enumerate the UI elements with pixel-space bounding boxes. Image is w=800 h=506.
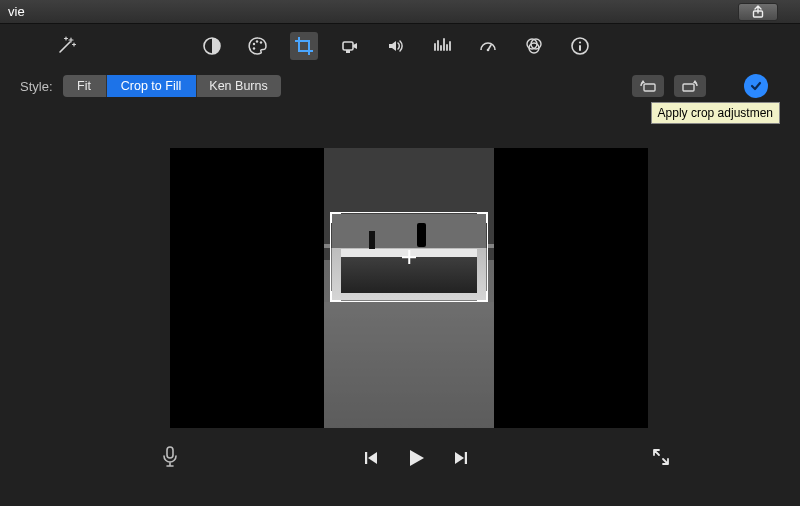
- checkmark-icon: [749, 79, 763, 93]
- crop-handle-tl[interactable]: [330, 212, 341, 223]
- volume-button[interactable]: [382, 32, 410, 60]
- crop-handle-tr[interactable]: [477, 212, 488, 223]
- crop-center-crosshair: [402, 250, 416, 264]
- crop-button[interactable]: [290, 32, 318, 60]
- skip-back-icon: [363, 450, 379, 466]
- svg-rect-7: [346, 50, 350, 53]
- videocam-icon: [340, 36, 360, 56]
- menubar: vie: [0, 0, 800, 24]
- app-title: vie: [8, 4, 25, 19]
- preview-viewer: [170, 148, 648, 428]
- rotate-ccw-button[interactable]: [632, 75, 664, 97]
- color-palette-icon: [248, 36, 268, 56]
- play-icon: [405, 447, 427, 469]
- rotate-ccw-icon: [638, 79, 658, 93]
- noise-reduction-button[interactable]: [428, 32, 456, 60]
- color-balance-icon: [202, 36, 222, 56]
- playback-bar: [100, 440, 700, 476]
- color-filter-icon: [524, 36, 544, 56]
- color-filter-button[interactable]: [520, 32, 548, 60]
- svg-point-3: [256, 40, 258, 42]
- magic-wand-button[interactable]: [56, 34, 78, 59]
- apply-crop-button[interactable]: [744, 74, 768, 98]
- prev-frame-button[interactable]: [363, 450, 379, 466]
- speedometer-icon: [478, 36, 498, 56]
- play-button[interactable]: [405, 447, 427, 469]
- magic-wand-icon: [56, 34, 78, 56]
- svg-point-2: [253, 43, 255, 45]
- rotate-cw-button[interactable]: [674, 75, 706, 97]
- crop-handle-bl[interactable]: [330, 291, 341, 302]
- voiceover-button[interactable]: [160, 445, 180, 472]
- next-frame-button[interactable]: [453, 450, 469, 466]
- info-icon: [570, 36, 590, 56]
- share-icon: [751, 5, 765, 19]
- style-option-ken-burns[interactable]: Ken Burns: [197, 75, 281, 97]
- expand-icon: [652, 448, 670, 466]
- rotate-cw-icon: [680, 79, 700, 93]
- share-button[interactable]: [738, 3, 778, 21]
- color-correction-button[interactable]: [244, 32, 272, 60]
- info-button[interactable]: [566, 32, 594, 60]
- crop-options-bar: Style: Fit Crop to Fill Ken Burns: [0, 68, 800, 104]
- svg-rect-16: [683, 84, 694, 91]
- svg-point-4: [260, 41, 262, 43]
- speed-button[interactable]: [474, 32, 502, 60]
- microphone-icon: [160, 445, 180, 469]
- svg-rect-18: [365, 452, 367, 464]
- fullscreen-button[interactable]: [652, 448, 670, 469]
- crop-handle-br[interactable]: [477, 291, 488, 302]
- svg-point-13: [579, 41, 581, 43]
- style-option-crop-to-fill[interactable]: Crop to Fill: [107, 75, 197, 97]
- style-option-fit[interactable]: Fit: [63, 75, 107, 97]
- skip-forward-icon: [453, 450, 469, 466]
- style-segmented-control: Fit Crop to Fill Ken Burns: [63, 75, 281, 97]
- adjust-toolbar: [0, 24, 800, 68]
- crop-icon: [294, 36, 314, 56]
- svg-point-5: [253, 47, 255, 49]
- stabilization-button[interactable]: [336, 32, 364, 60]
- svg-rect-6: [343, 42, 353, 50]
- svg-rect-17: [167, 447, 173, 458]
- volume-icon: [386, 36, 406, 56]
- apply-crop-tooltip: Apply crop adjustmen: [651, 102, 780, 124]
- color-balance-button[interactable]: [198, 32, 226, 60]
- crop-rectangle[interactable]: [330, 212, 488, 302]
- svg-rect-14: [579, 45, 581, 51]
- equalizer-icon: [432, 36, 452, 56]
- style-label: Style:: [20, 79, 53, 94]
- svg-rect-19: [465, 452, 467, 464]
- svg-rect-15: [644, 84, 655, 91]
